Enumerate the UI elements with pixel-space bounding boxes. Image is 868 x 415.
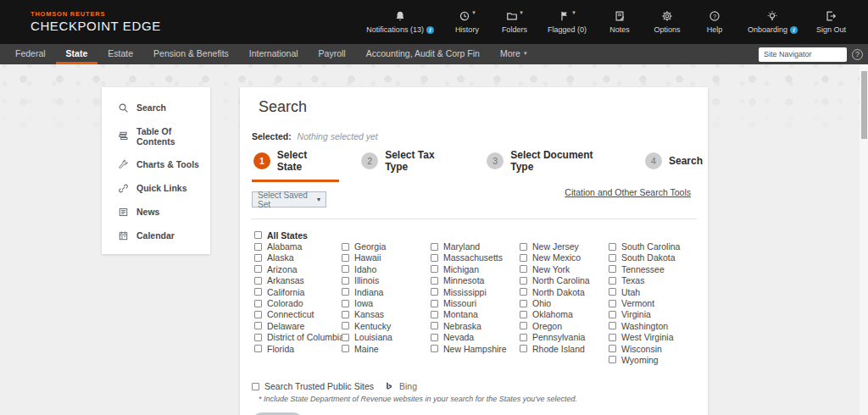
history-button[interactable]: ▾History bbox=[453, 10, 481, 34]
state-item-louisiana[interactable]: Louisiana bbox=[342, 332, 431, 343]
state-item-all-states[interactable]: All States bbox=[254, 230, 342, 241]
notes-button[interactable]: Notes bbox=[605, 10, 634, 34]
state-checkbox[interactable] bbox=[254, 277, 262, 285]
state-item-delaware[interactable]: Delaware bbox=[254, 320, 342, 331]
state-checkbox[interactable] bbox=[520, 345, 527, 352]
state-item-wyoming[interactable]: Wyoming bbox=[609, 354, 680, 365]
state-item-hawaii[interactable]: Hawaii bbox=[342, 252, 431, 263]
state-item-maine[interactable]: Maine bbox=[342, 343, 431, 354]
state-checkbox[interactable] bbox=[254, 231, 262, 239]
state-checkbox[interactable] bbox=[520, 265, 527, 273]
onboarding-button[interactable]: Onboardingi bbox=[748, 10, 798, 34]
state-item-kentucky[interactable]: Kentucky bbox=[342, 320, 431, 331]
brand-logo[interactable]: THOMSON REUTERS CHECKPOINT EDGE bbox=[31, 11, 161, 33]
state-item-nevada[interactable]: Nevada bbox=[431, 332, 520, 343]
state-checkbox[interactable] bbox=[254, 311, 262, 318]
state-checkbox[interactable] bbox=[520, 277, 527, 285]
state-item-north-dakota[interactable]: North Dakota bbox=[520, 286, 609, 297]
state-item-rhode-island[interactable]: Rhode Island bbox=[520, 343, 609, 354]
state-checkbox[interactable] bbox=[609, 356, 616, 363]
state-item-district-of-columbia[interactable]: District of Columbia bbox=[254, 332, 342, 343]
state-item-south-dakota[interactable]: South Dakota bbox=[609, 252, 680, 263]
state-item-new-york[interactable]: New York bbox=[520, 263, 609, 274]
state-checkbox[interactable] bbox=[431, 322, 438, 329]
state-checkbox[interactable] bbox=[254, 254, 262, 262]
state-item-texas[interactable]: Texas bbox=[609, 275, 680, 286]
state-checkbox[interactable] bbox=[520, 311, 527, 318]
nav-tab-state[interactable]: State bbox=[56, 44, 98, 64]
state-checkbox[interactable] bbox=[254, 322, 262, 329]
state-item-ohio[interactable]: Ohio bbox=[520, 297, 609, 308]
state-item-maryland[interactable]: Maryland bbox=[431, 241, 520, 252]
state-item-alaska[interactable]: Alaska bbox=[254, 252, 342, 263]
state-item-west-virginia[interactable]: West Virginia bbox=[609, 332, 680, 343]
state-checkbox[interactable] bbox=[254, 345, 262, 352]
state-item-oklahoma[interactable]: Oklahoma bbox=[520, 309, 609, 320]
nav-tab-accounting-audit-corp-fin[interactable]: Accounting, Audit & Corp Fin bbox=[356, 44, 490, 64]
nav-tab-payroll[interactable]: Payroll bbox=[309, 44, 356, 64]
help-button[interactable]: ?Help bbox=[700, 10, 729, 34]
wizard-step-search[interactable]: 4Search bbox=[643, 149, 708, 182]
state-item-new-mexico[interactable]: New Mexico bbox=[520, 252, 609, 263]
state-checkbox[interactable] bbox=[520, 288, 527, 296]
state-checkbox[interactable] bbox=[342, 254, 349, 262]
wizard-step-select-document-type[interactable]: 3Select Document Type bbox=[485, 149, 623, 182]
state-checkbox[interactable] bbox=[520, 254, 527, 262]
state-checkbox[interactable] bbox=[609, 334, 616, 341]
state-item-illinois[interactable]: Illinois bbox=[342, 275, 431, 286]
state-item-connecticut[interactable]: Connecticut bbox=[254, 309, 342, 320]
scrollbar-thumb[interactable] bbox=[861, 71, 867, 139]
sidebar-item-quick-links[interactable]: Quick Links bbox=[102, 176, 210, 200]
state-item-missouri[interactable]: Missouri bbox=[431, 297, 520, 308]
state-item-wisconsin[interactable]: Wisconsin bbox=[609, 343, 680, 354]
sidebar-item-calendar[interactable]: Calendar bbox=[102, 224, 210, 247]
state-checkbox[interactable] bbox=[254, 334, 262, 341]
saved-set-dropdown[interactable]: Select Saved Set ▾ bbox=[252, 191, 326, 208]
state-checkbox[interactable] bbox=[609, 345, 616, 352]
state-checkbox[interactable] bbox=[609, 277, 616, 285]
state-checkbox[interactable] bbox=[342, 277, 349, 285]
state-item-mississippi[interactable]: Mississippi bbox=[431, 286, 520, 297]
nav-tab-pension-benefits[interactable]: Pension & Benefits bbox=[143, 44, 239, 64]
state-checkbox[interactable] bbox=[342, 311, 349, 318]
state-checkbox[interactable] bbox=[342, 265, 349, 273]
state-checkbox[interactable] bbox=[342, 243, 349, 251]
state-checkbox[interactable] bbox=[609, 300, 616, 307]
state-item-oregon[interactable]: Oregon bbox=[520, 320, 609, 331]
state-checkbox[interactable] bbox=[520, 322, 527, 329]
state-checkbox[interactable] bbox=[431, 334, 438, 341]
state-checkbox[interactable] bbox=[254, 243, 262, 251]
state-checkbox[interactable] bbox=[431, 300, 438, 307]
state-item-utah[interactable]: Utah bbox=[609, 286, 680, 297]
state-item-alabama[interactable]: Alabama bbox=[254, 241, 342, 252]
state-item-washington[interactable]: Washington bbox=[609, 320, 680, 331]
sidebar-item-search[interactable]: Search bbox=[102, 96, 210, 119]
state-checkbox[interactable] bbox=[609, 322, 616, 329]
state-item-pennsylvania[interactable]: Pennsylvania bbox=[520, 332, 609, 343]
state-item-nebraska[interactable]: Nebraska bbox=[431, 320, 520, 331]
state-item-kansas[interactable]: Kansas bbox=[342, 309, 431, 320]
state-checkbox[interactable] bbox=[431, 265, 438, 273]
state-item-minnesota[interactable]: Minnesota bbox=[431, 275, 520, 286]
citation-tools-link[interactable]: Citation and Other Search Tools bbox=[565, 187, 691, 197]
state-checkbox[interactable] bbox=[431, 288, 438, 296]
state-item-new-hampshire[interactable]: New Hampshire bbox=[431, 343, 520, 354]
site-navigator-input[interactable] bbox=[759, 47, 847, 62]
state-checkbox[interactable] bbox=[431, 311, 438, 318]
state-checkbox[interactable] bbox=[342, 334, 349, 341]
state-item-florida[interactable]: Florida bbox=[254, 343, 342, 354]
state-checkbox[interactable] bbox=[431, 277, 438, 285]
state-item-california[interactable]: California bbox=[254, 286, 342, 297]
state-checkbox[interactable] bbox=[342, 300, 349, 307]
notifications-13-button[interactable]: Notifications (13)i bbox=[366, 10, 434, 34]
state-item-colorado[interactable]: Colorado bbox=[254, 297, 342, 308]
state-item-tennessee[interactable]: Tennessee bbox=[609, 263, 680, 274]
state-item-vermont[interactable]: Vermont bbox=[609, 297, 680, 308]
state-checkbox[interactable] bbox=[342, 288, 349, 296]
state-checkbox[interactable] bbox=[431, 254, 438, 262]
state-checkbox[interactable] bbox=[609, 311, 616, 318]
state-item-south-carolina[interactable]: South Carolina bbox=[609, 241, 680, 252]
nav-tab-federal[interactable]: Federal bbox=[5, 44, 56, 64]
state-checkbox[interactable] bbox=[520, 300, 527, 307]
state-item-arizona[interactable]: Arizona bbox=[254, 263, 342, 274]
